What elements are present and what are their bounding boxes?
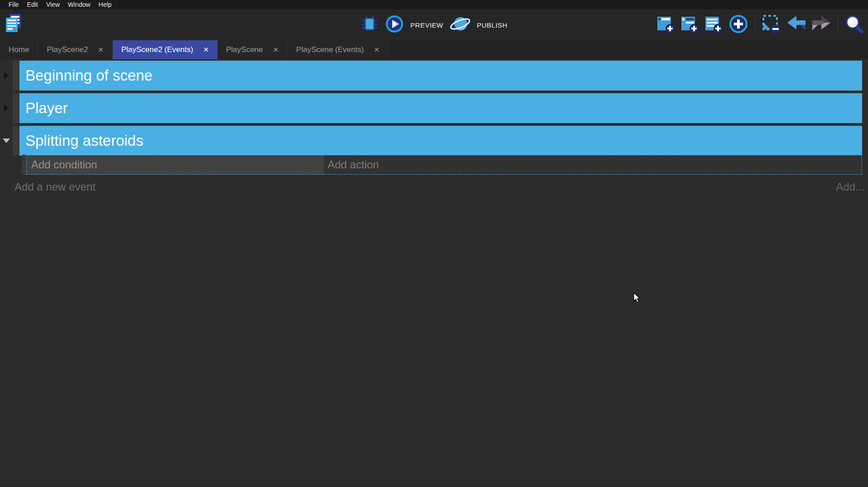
debugger-bug-icon [361, 14, 379, 35]
tab-label: PlayScene [226, 45, 263, 54]
preview-play-icon [385, 14, 404, 35]
event-gutter [0, 93, 13, 123]
close-icon[interactable]: ✕ [98, 46, 104, 54]
menu-view[interactable]: View [42, 0, 64, 10]
menu-edit[interactable]: Edit [23, 0, 42, 10]
project-manager-icon [4, 12, 22, 37]
right-margin [862, 155, 868, 175]
events-sheet: Beginning of scene Player Splitting aste… [0, 59, 868, 196]
preview-button-label[interactable]: PREVIEW [410, 21, 444, 29]
event-group-title: Player [25, 100, 68, 117]
selected-empty-event-row: Add condition Add action [0, 155, 868, 175]
event-group-row: Player [0, 93, 868, 123]
mouse-cursor [633, 292, 643, 306]
event-group-bar[interactable]: Beginning of scene [19, 61, 862, 91]
event-gutter [0, 155, 22, 175]
event-group-title: Beginning of scene [25, 67, 153, 84]
event-group-title: Splitting asteroids [25, 132, 143, 149]
events-footer-row: Add a new event Add... [0, 178, 868, 196]
add-new-event-button[interactable]: Add a new event [14, 181, 96, 193]
add-other-event-button[interactable] [728, 14, 748, 36]
close-icon[interactable]: ✕ [203, 46, 209, 54]
publish-button[interactable] [449, 14, 470, 35]
tab-playscene2-events[interactable]: PlayScene2 (Events) ✕ [113, 40, 217, 59]
collapse-arrow-icon[interactable] [3, 138, 10, 143]
add-subevent-icon [680, 14, 699, 36]
tab-playscene[interactable]: PlayScene ✕ [217, 40, 288, 59]
redo-icon [811, 15, 831, 35]
event-selection-box: Add condition Add action [26, 155, 862, 175]
debugger-button[interactable] [361, 14, 379, 35]
menu-file[interactable]: File [5, 0, 23, 10]
add-subevent-button[interactable] [680, 14, 699, 36]
gdevelop-window: File Edit View Window Help [0, 0, 868, 487]
tab-label: PlayScene (Events) [296, 45, 364, 54]
tab-home[interactable]: Home [0, 40, 38, 59]
tab-label: Home [9, 45, 29, 54]
add-action-button[interactable]: Add action [324, 155, 862, 174]
add-comment-icon [704, 14, 723, 36]
event-gutter [0, 61, 13, 91]
right-margin [862, 61, 868, 91]
add-comment-button[interactable] [704, 14, 723, 36]
search-icon [844, 14, 863, 35]
toolbar-center-group: PREVIEW PUBLISH [361, 14, 507, 35]
add-more-button[interactable]: Add... [836, 181, 864, 193]
event-drag-handle[interactable] [13, 93, 19, 123]
event-group-row: Splitting asteroids [0, 126, 868, 156]
event-group-bar[interactable]: Splitting asteroids [19, 126, 862, 156]
tab-label: PlayScene2 (Events) [121, 45, 193, 54]
tab-bar: Home PlayScene2 ✕ PlayScene2 (Events) ✕ … [0, 40, 868, 59]
add-event-icon [656, 14, 675, 36]
right-margin [862, 93, 868, 123]
main-toolbar: PREVIEW PUBLISH [0, 10, 868, 40]
expand-arrow-icon[interactable] [4, 105, 9, 112]
close-icon[interactable]: ✕ [374, 46, 380, 54]
publish-button-label[interactable]: PUBLISH [477, 21, 507, 29]
tab-playscene-events[interactable]: PlayScene (Events) ✕ [288, 40, 389, 59]
undo-icon [786, 15, 806, 35]
event-drag-handle[interactable] [13, 61, 19, 91]
add-condition-button[interactable]: Add condition [27, 155, 324, 174]
expand-arrow-icon[interactable] [4, 72, 9, 79]
toolbar-separator [838, 15, 838, 34]
redo-button[interactable] [811, 15, 831, 35]
menu-window[interactable]: Window [64, 0, 95, 10]
event-group-row: Beginning of scene [0, 61, 868, 91]
add-event-button[interactable] [656, 14, 675, 36]
event-drag-handle[interactable] [22, 155, 26, 175]
event-drag-handle[interactable] [13, 126, 19, 156]
tab-bar-spacer [389, 40, 868, 59]
undo-button[interactable] [786, 15, 806, 35]
preview-button[interactable] [385, 14, 404, 35]
right-margin [862, 126, 868, 156]
menu-bar: File Edit View Window Help [0, 0, 868, 10]
delete-selection-button[interactable] [762, 14, 781, 36]
delete-selection-icon [762, 14, 781, 36]
event-group-bar[interactable]: Player [19, 93, 862, 123]
event-gutter [0, 126, 13, 156]
search-events-button[interactable] [844, 14, 863, 35]
tab-label: PlayScene2 [47, 45, 88, 54]
add-other-event-icon [728, 14, 748, 36]
menu-help[interactable]: Help [95, 0, 116, 10]
publish-planet-icon [449, 14, 470, 35]
toolbar-separator [755, 15, 755, 34]
project-manager-button[interactable] [4, 12, 22, 37]
tab-playscene2[interactable]: PlayScene2 ✕ [38, 40, 112, 59]
toolbar-right-group [656, 10, 863, 40]
close-icon[interactable]: ✕ [273, 46, 279, 54]
